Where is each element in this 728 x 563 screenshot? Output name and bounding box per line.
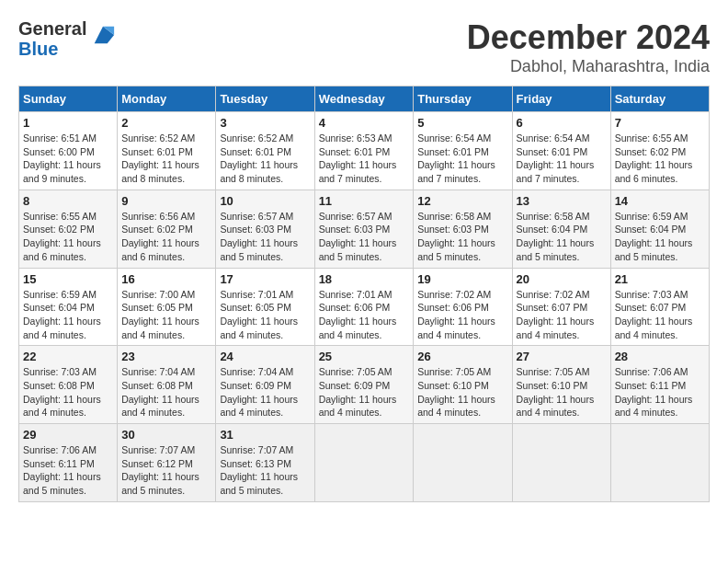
day-detail: Sunrise: 6:52 AM Sunset: 6:01 PM Dayligh… [220, 132, 310, 186]
day-number: 17 [220, 272, 310, 286]
day-detail: Sunrise: 6:58 AM Sunset: 6:04 PM Dayligh… [517, 210, 607, 264]
calendar-day-cell: 31 Sunrise: 7:07 AM Sunset: 6:13 PM Dayl… [216, 424, 314, 502]
calendar-day-cell: 22 Sunrise: 7:03 AM Sunset: 6:08 PM Dayl… [19, 346, 118, 424]
calendar-day-cell: 17 Sunrise: 7:01 AM Sunset: 6:05 PM Dayl… [216, 268, 314, 346]
day-number: 15 [23, 272, 113, 286]
day-number: 18 [319, 272, 410, 286]
day-detail: Sunrise: 6:53 AM Sunset: 6:01 PM Dayligh… [319, 132, 410, 186]
day-detail: Sunrise: 6:56 AM Sunset: 6:02 PM Dayligh… [121, 210, 211, 264]
day-detail: Sunrise: 7:04 AM Sunset: 6:09 PM Dayligh… [220, 365, 310, 419]
calendar-day-cell: 29 Sunrise: 7:06 AM Sunset: 6:11 PM Dayl… [19, 424, 118, 502]
month-title: December 2024 [467, 18, 710, 57]
day-number: 1 [23, 116, 113, 130]
calendar-day-cell: 7 Sunrise: 6:55 AM Sunset: 6:02 PM Dayli… [610, 112, 709, 190]
calendar-day-cell: 26 Sunrise: 7:05 AM Sunset: 6:10 PM Dayl… [414, 346, 512, 424]
weekday-header: Wednesday [314, 86, 414, 112]
day-number: 6 [517, 116, 607, 130]
calendar-table: SundayMondayTuesdayWednesdayThursdayFrid… [18, 86, 710, 502]
calendar-week-row: 8 Sunrise: 6:55 AM Sunset: 6:02 PM Dayli… [19, 190, 710, 268]
day-number: 28 [615, 350, 705, 363]
calendar-day-cell: 12 Sunrise: 6:58 AM Sunset: 6:03 PM Dayl… [414, 190, 512, 268]
calendar-day-cell [610, 424, 709, 502]
day-detail: Sunrise: 7:07 AM Sunset: 6:12 PM Dayligh… [121, 443, 211, 498]
day-number: 8 [23, 194, 113, 208]
day-detail: Sunrise: 6:54 AM Sunset: 6:01 PM Dayligh… [417, 132, 507, 186]
calendar-day-cell: 8 Sunrise: 6:55 AM Sunset: 6:02 PM Dayli… [19, 190, 118, 268]
day-number: 2 [121, 116, 211, 130]
weekday-header: Saturday [610, 86, 709, 112]
day-number: 25 [319, 350, 410, 363]
day-number: 3 [220, 116, 310, 130]
day-detail: Sunrise: 7:02 AM Sunset: 6:07 PM Dayligh… [517, 288, 607, 342]
calendar-day-cell [414, 424, 512, 502]
calendar-day-cell: 4 Sunrise: 6:53 AM Sunset: 6:01 PM Dayli… [314, 112, 414, 190]
day-number: 4 [319, 116, 410, 130]
title-area: December 2024 Dabhol, Maharashtra, India [467, 18, 710, 76]
calendar-day-cell: 24 Sunrise: 7:04 AM Sunset: 6:09 PM Dayl… [216, 346, 314, 424]
day-detail: Sunrise: 6:58 AM Sunset: 6:03 PM Dayligh… [417, 210, 507, 264]
weekday-header: Tuesday [216, 86, 314, 112]
day-detail: Sunrise: 7:01 AM Sunset: 6:06 PM Dayligh… [319, 288, 410, 342]
day-detail: Sunrise: 7:01 AM Sunset: 6:05 PM Dayligh… [220, 288, 310, 342]
day-detail: Sunrise: 6:59 AM Sunset: 6:04 PM Dayligh… [615, 210, 705, 264]
day-detail: Sunrise: 6:55 AM Sunset: 6:02 PM Dayligh… [615, 132, 705, 186]
day-number: 27 [517, 350, 607, 363]
logo-general: General [18, 18, 86, 39]
logo-text: General Blue [18, 18, 86, 59]
weekday-header: Friday [512, 86, 610, 112]
calendar-day-cell: 25 Sunrise: 7:05 AM Sunset: 6:09 PM Dayl… [314, 346, 414, 424]
calendar-day-cell: 28 Sunrise: 7:06 AM Sunset: 6:11 PM Dayl… [610, 346, 709, 424]
calendar-day-cell: 6 Sunrise: 6:54 AM Sunset: 6:01 PM Dayli… [512, 112, 610, 190]
day-number: 22 [23, 350, 113, 363]
day-detail: Sunrise: 6:57 AM Sunset: 6:03 PM Dayligh… [319, 210, 410, 264]
calendar-day-cell: 21 Sunrise: 7:03 AM Sunset: 6:07 PM Dayl… [610, 268, 709, 346]
day-detail: Sunrise: 7:00 AM Sunset: 6:05 PM Dayligh… [121, 288, 211, 342]
calendar-day-cell: 30 Sunrise: 7:07 AM Sunset: 6:12 PM Dayl… [118, 424, 216, 502]
calendar-day-cell: 2 Sunrise: 6:52 AM Sunset: 6:01 PM Dayli… [118, 112, 216, 190]
weekday-header: Monday [118, 86, 216, 112]
day-detail: Sunrise: 6:52 AM Sunset: 6:01 PM Dayligh… [121, 132, 211, 186]
day-number: 23 [121, 350, 211, 363]
logo: General Blue [18, 18, 116, 59]
weekday-header: Sunday [19, 86, 118, 112]
calendar-day-cell: 16 Sunrise: 7:00 AM Sunset: 6:05 PM Dayl… [118, 268, 216, 346]
day-detail: Sunrise: 7:02 AM Sunset: 6:06 PM Dayligh… [417, 288, 507, 342]
day-number: 5 [417, 116, 507, 130]
calendar-week-row: 22 Sunrise: 7:03 AM Sunset: 6:08 PM Dayl… [19, 346, 710, 424]
day-detail: Sunrise: 6:51 AM Sunset: 6:00 PM Dayligh… [23, 132, 113, 186]
calendar-week-row: 15 Sunrise: 6:59 AM Sunset: 6:04 PM Dayl… [19, 268, 710, 346]
calendar-day-cell: 23 Sunrise: 7:04 AM Sunset: 6:08 PM Dayl… [118, 346, 216, 424]
calendar-day-cell: 13 Sunrise: 6:58 AM Sunset: 6:04 PM Dayl… [512, 190, 610, 268]
day-number: 31 [220, 428, 310, 442]
day-detail: Sunrise: 7:05 AM Sunset: 6:10 PM Dayligh… [417, 365, 507, 419]
calendar-header-row: SundayMondayTuesdayWednesdayThursdayFrid… [19, 86, 710, 112]
day-detail: Sunrise: 6:54 AM Sunset: 6:01 PM Dayligh… [517, 132, 607, 186]
calendar-day-cell: 11 Sunrise: 6:57 AM Sunset: 6:03 PM Dayl… [314, 190, 414, 268]
calendar-day-cell: 19 Sunrise: 7:02 AM Sunset: 6:06 PM Dayl… [414, 268, 512, 346]
calendar-day-cell: 18 Sunrise: 7:01 AM Sunset: 6:06 PM Dayl… [314, 268, 414, 346]
logo-blue: Blue [18, 39, 86, 59]
day-number: 24 [220, 350, 310, 363]
day-number: 26 [417, 350, 507, 363]
calendar-day-cell: 9 Sunrise: 6:56 AM Sunset: 6:02 PM Dayli… [118, 190, 216, 268]
calendar-day-cell: 14 Sunrise: 6:59 AM Sunset: 6:04 PM Dayl… [610, 190, 709, 268]
day-detail: Sunrise: 7:07 AM Sunset: 6:13 PM Dayligh… [220, 443, 310, 498]
logo-icon [90, 22, 116, 48]
day-detail: Sunrise: 6:59 AM Sunset: 6:04 PM Dayligh… [23, 288, 113, 342]
calendar-day-cell: 10 Sunrise: 6:57 AM Sunset: 6:03 PM Dayl… [216, 190, 314, 268]
day-number: 10 [220, 194, 310, 208]
calendar-day-cell: 1 Sunrise: 6:51 AM Sunset: 6:00 PM Dayli… [19, 112, 118, 190]
day-number: 9 [121, 194, 211, 208]
day-number: 7 [615, 116, 705, 130]
day-detail: Sunrise: 6:57 AM Sunset: 6:03 PM Dayligh… [220, 210, 310, 264]
day-detail: Sunrise: 7:03 AM Sunset: 6:08 PM Dayligh… [23, 365, 113, 419]
day-number: 30 [121, 428, 211, 442]
day-detail: Sunrise: 7:05 AM Sunset: 6:10 PM Dayligh… [517, 365, 607, 419]
calendar-day-cell [314, 424, 414, 502]
day-number: 14 [615, 194, 705, 208]
day-detail: Sunrise: 7:04 AM Sunset: 6:08 PM Dayligh… [121, 365, 211, 419]
calendar-day-cell: 15 Sunrise: 6:59 AM Sunset: 6:04 PM Dayl… [19, 268, 118, 346]
calendar-week-row: 29 Sunrise: 7:06 AM Sunset: 6:11 PM Dayl… [19, 424, 710, 502]
day-detail: Sunrise: 7:03 AM Sunset: 6:07 PM Dayligh… [615, 288, 705, 342]
day-number: 19 [417, 272, 507, 286]
